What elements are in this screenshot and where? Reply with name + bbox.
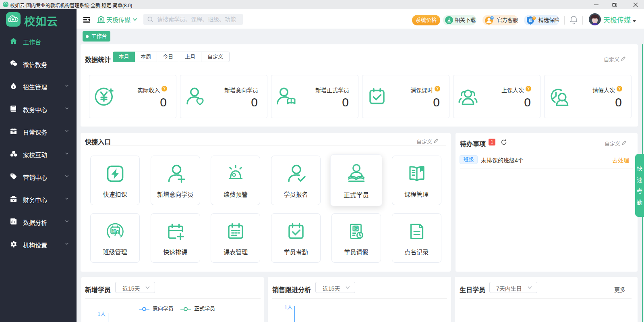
svg-text:班: 班 xyxy=(112,229,116,233)
svg-text:?: ? xyxy=(533,17,535,20)
svg-text:假: 假 xyxy=(353,226,358,231)
svg-text:保: 保 xyxy=(528,18,532,23)
svg-text:?: ? xyxy=(491,17,493,19)
